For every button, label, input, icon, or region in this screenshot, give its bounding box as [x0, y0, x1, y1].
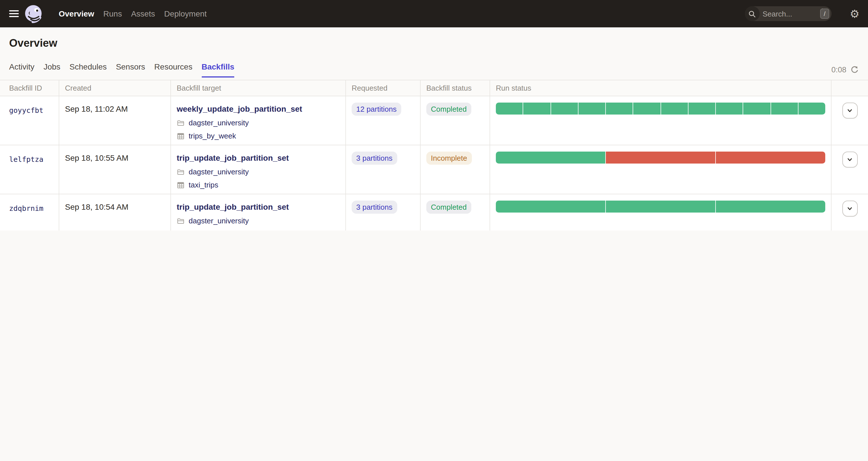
- partition-set-grid-icon: [177, 230, 185, 230]
- run-status-segment[interactable]: [661, 102, 688, 115]
- refresh-countdown: 0:08: [831, 65, 846, 74]
- table-row: lelfptza Sep 18, 10:55 AM trip_update_jo…: [0, 145, 868, 194]
- run-status-segment[interactable]: [551, 102, 578, 115]
- gear-icon[interactable]: ⚙: [850, 8, 860, 19]
- run-status-bar[interactable]: [496, 102, 825, 115]
- column-header-run-status: Run status: [490, 80, 832, 96]
- code-location-folder-icon: [177, 119, 185, 127]
- backfill-id-link[interactable]: lelfptza: [9, 155, 43, 163]
- backfill-id-link[interactable]: goyycfbt: [9, 106, 43, 115]
- run-status-segment[interactable]: [771, 102, 798, 115]
- table-body: goyycfbt Sep 18, 11:02 AM weekly_update_…: [0, 96, 868, 230]
- search-shortcut-badge: /: [820, 8, 829, 19]
- chevron-down-icon: [846, 156, 853, 163]
- run-status-segment[interactable]: [524, 102, 551, 115]
- column-header-backfill-target: Backfill target: [171, 80, 346, 96]
- nav-item-assets[interactable]: Assets: [131, 9, 155, 18]
- expand-row-button[interactable]: [842, 201, 858, 217]
- refresh-icon[interactable]: [850, 65, 859, 74]
- tab-backfills[interactable]: Backfills: [202, 62, 234, 78]
- hamburger-menu-icon[interactable]: [9, 10, 19, 18]
- partition-set-grid-icon: [177, 132, 185, 140]
- requested-partitions-tag: 3 partitions: [352, 201, 397, 214]
- run-status-segment[interactable]: [606, 102, 633, 115]
- expand-row-button[interactable]: [842, 152, 858, 167]
- created-timestamp: Sep 18, 11:02 AM: [65, 104, 128, 114]
- tab-resources[interactable]: Resources: [154, 62, 192, 78]
- column-header-created: Created: [59, 80, 171, 96]
- backfill-target-link[interactable]: trip_update_job_partition_set: [177, 153, 289, 162]
- code-location-folder-icon: [177, 168, 185, 176]
- run-status-segment[interactable]: [716, 201, 825, 213]
- run-status-bar[interactable]: [496, 152, 825, 163]
- code-location-link[interactable]: dagster_university: [189, 167, 249, 176]
- column-header-actions: [832, 80, 868, 96]
- run-status-segment[interactable]: [496, 201, 605, 213]
- run-status-segment[interactable]: [606, 201, 715, 213]
- backfill-target-link[interactable]: trip_update_job_partition_set: [177, 202, 289, 211]
- code-location-folder-icon: [177, 217, 185, 225]
- tabs: Activity Jobs Schedules Sensors Resource…: [9, 62, 234, 78]
- backfills-table: Backfill ID Created Backfill target Requ…: [0, 80, 868, 230]
- chevron-down-icon: [846, 107, 853, 114]
- search-input[interactable]: [762, 9, 810, 19]
- page-title: Overview: [9, 37, 859, 50]
- nav-item-overview[interactable]: Overview: [59, 9, 94, 18]
- run-status-segment[interactable]: [496, 152, 605, 163]
- column-header-requested: Requested: [346, 80, 421, 96]
- partition-set-link[interactable]: taxi_trips_file: [189, 229, 232, 230]
- column-header-backfill-status: Backfill status: [421, 80, 490, 96]
- run-status-segment[interactable]: [799, 102, 826, 115]
- requested-partitions-tag: 12 partitions: [352, 102, 401, 116]
- created-timestamp: Sep 18, 10:55 AM: [65, 153, 128, 162]
- created-timestamp: Sep 18, 10:54 AM: [65, 202, 128, 211]
- column-header-backfill-id: Backfill ID: [0, 80, 59, 96]
- expand-row-button[interactable]: [842, 102, 858, 119]
- table-row: zdqbrnim Sep 18, 10:54 AM trip_update_jo…: [0, 194, 868, 230]
- run-status-segment[interactable]: [716, 102, 743, 115]
- table-header: Backfill ID Created Backfill target Requ…: [0, 80, 868, 96]
- tab-sensors[interactable]: Sensors: [116, 62, 145, 78]
- tab-activity[interactable]: Activity: [9, 62, 34, 78]
- backfill-target-link[interactable]: weekly_update_job_partition_set: [177, 104, 302, 114]
- run-status-segment[interactable]: [743, 102, 771, 115]
- requested-partitions-tag: 3 partitions: [352, 152, 397, 165]
- run-status-segment[interactable]: [496, 102, 523, 115]
- nav-item-runs[interactable]: Runs: [103, 9, 122, 18]
- partition-set-link[interactable]: taxi_trips: [189, 181, 218, 189]
- code-location-link[interactable]: dagster_university: [189, 119, 249, 127]
- nav-right: / ⚙: [745, 6, 860, 21]
- run-status-segment[interactable]: [633, 102, 660, 115]
- backfill-status-tag: Completed: [426, 201, 471, 214]
- nav-item-deployment[interactable]: Deployment: [164, 9, 207, 18]
- run-status-segment[interactable]: [716, 152, 825, 163]
- backfill-id-link[interactable]: zdqbrnim: [9, 204, 43, 213]
- partition-set-link[interactable]: trips_by_week: [189, 132, 236, 140]
- run-status-segment[interactable]: [579, 102, 606, 115]
- run-status-segment[interactable]: [688, 102, 716, 115]
- tab-jobs[interactable]: Jobs: [43, 62, 60, 78]
- chevron-down-icon: [846, 205, 853, 212]
- code-location-link[interactable]: dagster_university: [189, 217, 249, 225]
- refresh-area: 0:08: [831, 65, 859, 78]
- backfill-status-tag: Incomplete: [426, 152, 472, 165]
- search-box[interactable]: /: [745, 6, 832, 21]
- top-nav: Overview Runs Assets Deployment / ⚙: [0, 0, 868, 27]
- run-status-bar[interactable]: [496, 201, 825, 213]
- backfill-status-tag: Completed: [426, 102, 471, 116]
- tabs-bar: Activity Jobs Schedules Sensors Resource…: [0, 62, 868, 78]
- dagster-app: Overview Runs Assets Deployment / ⚙ Over…: [0, 0, 868, 230]
- dagster-logo-icon[interactable]: [24, 4, 43, 23]
- nav-links: Overview Runs Assets Deployment: [59, 9, 207, 18]
- run-status-segment[interactable]: [606, 152, 715, 163]
- table-row: goyycfbt Sep 18, 11:02 AM weekly_update_…: [0, 96, 868, 145]
- tab-schedules[interactable]: Schedules: [69, 62, 107, 78]
- partition-set-grid-icon: [177, 181, 185, 189]
- search-icon: [745, 6, 760, 21]
